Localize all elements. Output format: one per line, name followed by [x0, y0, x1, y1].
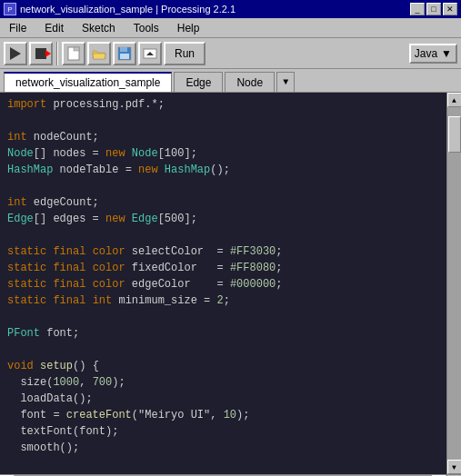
code-line: loadData();	[7, 391, 439, 407]
save-icon	[117, 46, 132, 61]
export-icon	[143, 46, 157, 61]
tab-bar: network_visualization_sample Edge Node ▼	[0, 69, 461, 93]
tab-edge[interactable]: Edge	[174, 72, 223, 92]
menu-bar: File Edit Sketch Tools Help	[0, 18, 461, 38]
code-line	[7, 178, 439, 194]
run-label: Run	[175, 47, 195, 60]
open-icon	[92, 46, 106, 61]
code-line: static final int minimum_size = 2;	[7, 293, 439, 309]
minimize-button[interactable]: _	[410, 3, 425, 15]
new-icon	[66, 46, 81, 61]
code-line: PFont font;	[7, 325, 439, 342]
scrollbar-thumb-v[interactable]	[448, 116, 461, 153]
code-line: Node[] nodes = new Node[100];	[7, 145, 439, 162]
title-bar-controls: _ □ ✕	[410, 3, 457, 15]
menu-tools[interactable]: Tools	[128, 20, 165, 36]
svg-rect-3	[120, 47, 127, 52]
code-line: font = createFont("Meiryo UI", 10);	[7, 407, 439, 423]
scroll-down-button[interactable]: ▼	[447, 460, 462, 474]
svg-rect-1	[74, 47, 79, 51]
java-dropdown[interactable]: Java ▼	[409, 44, 457, 64]
code-line: static final color selectColor = #FF3030…	[7, 243, 439, 260]
code-line	[7, 309, 439, 325]
run-button[interactable]: Run	[164, 42, 205, 65]
vertical-scrollbar: ▲ ▼	[446, 93, 461, 474]
code-container: import processing.pdf.*; int nodeCount;N…	[0, 93, 461, 474]
code-line: static final color fixedColor = #FF8080;	[7, 260, 439, 276]
menu-edit[interactable]: Edit	[39, 20, 69, 36]
new-button[interactable]	[62, 42, 85, 65]
code-line	[7, 227, 439, 243]
play-icon	[10, 47, 21, 60]
code-line: static final color edgeColor = #000000;	[7, 276, 439, 293]
code-line	[7, 113, 439, 129]
export-button[interactable]	[138, 42, 162, 65]
java-arrow: ▼	[441, 47, 452, 60]
code-line: void setup() {	[7, 358, 439, 374]
code-line: HashMap nodeTable = new HashMap();	[7, 162, 439, 178]
title-bar-left: P network_visualization_sample | Process…	[4, 3, 236, 15]
java-label: Java	[415, 47, 437, 60]
menu-help[interactable]: Help	[172, 20, 205, 36]
arrow-overlay	[45, 50, 51, 57]
maximize-button[interactable]: □	[426, 3, 441, 15]
code-line: import processing.pdf.*;	[7, 96, 439, 113]
close-button[interactable]: ✕	[443, 3, 457, 15]
open-button[interactable]	[87, 42, 111, 65]
menu-file[interactable]: File	[4, 20, 32, 36]
tab-network-visualization[interactable]: network_visualization_sample	[4, 72, 172, 92]
save-button[interactable]	[113, 42, 136, 65]
tab-label-node: Node	[236, 76, 263, 89]
tab-more-dropdown[interactable]: ▼	[276, 72, 295, 92]
scrollbar-track-v[interactable]	[447, 107, 462, 460]
toolbar-separator-1	[56, 42, 58, 65]
code-line: size(1000, 700);	[7, 374, 439, 391]
code-line: textFont(font);	[7, 423, 439, 440]
code-line: smooth();	[7, 440, 439, 456]
code-line: int nodeCount;	[7, 129, 439, 145]
play-button[interactable]	[4, 42, 27, 65]
menu-sketch[interactable]: Sketch	[76, 20, 121, 36]
toolbar: Run Java ▼	[0, 38, 461, 69]
app-icon: P	[4, 3, 16, 15]
code-line: Edge[] edges = new Edge[500];	[7, 211, 439, 227]
code-line: int edgeCount;	[7, 194, 439, 211]
code-editor[interactable]: import processing.pdf.*; int nodeCount;N…	[0, 93, 446, 474]
title-bar: P network_visualization_sample | Process…	[0, 0, 461, 18]
tab-label-edge: Edge	[185, 76, 211, 89]
window-title: network_visualization_sample | Processin…	[20, 4, 236, 15]
scroll-up-button[interactable]: ▲	[447, 93, 462, 107]
tab-node[interactable]: Node	[225, 72, 275, 92]
code-line	[7, 342, 439, 358]
svg-rect-4	[120, 54, 129, 59]
tab-label-main: network_visualization_sample	[15, 76, 160, 89]
stop-button[interactable]	[29, 42, 53, 65]
